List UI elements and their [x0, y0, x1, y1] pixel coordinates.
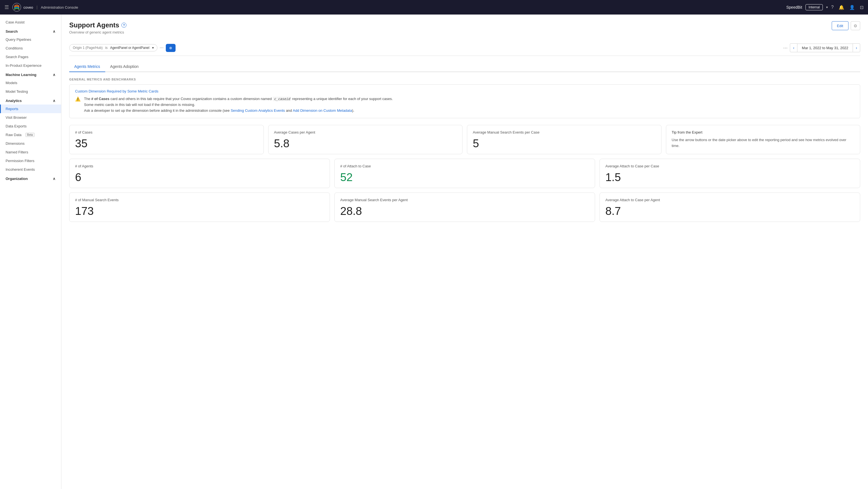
filter-bar-more-icon[interactable]: ⋯: [783, 45, 787, 51]
warning-content: ⚠️ The # of Cases card and others in thi…: [75, 96, 854, 113]
coveo-logo: [12, 3, 21, 12]
metric-card-attach-to-case: # of Attach to Case 52: [334, 159, 595, 188]
sidebar-item-incoherent-events[interactable]: Incoherent Events: [0, 165, 61, 174]
warning-title[interactable]: Custom Dimension Required by Some Metric…: [75, 89, 854, 93]
sidebar-item-search-pages[interactable]: Search Pages: [0, 53, 61, 61]
metric-value-avg-manual-search-per-agent: 28.8: [340, 205, 589, 217]
tip-card: Tip from the Expert Use the arrow button…: [666, 125, 861, 154]
sidebar-item-named-filters[interactable]: Named Filters: [0, 148, 61, 156]
warning-icon: ⚠️: [75, 96, 81, 102]
add-filter-button[interactable]: ⊕: [166, 44, 176, 52]
metric-value-attach-to-case: 52: [340, 172, 589, 183]
search-section-label: Search: [6, 29, 18, 33]
page-title-help-icon[interactable]: ?: [121, 23, 126, 28]
date-next-button[interactable]: ›: [852, 43, 860, 52]
metric-title-avg-attach-per-case: Average Attach to Case per Case: [606, 164, 854, 168]
sidebar-item-dimensions[interactable]: Dimensions: [0, 139, 61, 148]
sidebar-item-visit-browser[interactable]: Visit Browser: [0, 113, 61, 122]
link-sending-analytics[interactable]: Sending Custom Analytics Events: [230, 108, 285, 113]
filter-value: AgentPanel or AgentPanel: [110, 46, 149, 50]
metrics-row-1: # of Cases 35 Average Cases per Agent 5.…: [69, 125, 860, 154]
metric-title-cases: # of Cases: [75, 130, 258, 135]
tab-agents-adoption[interactable]: Agents Adoption: [105, 61, 144, 72]
env-badge-button[interactable]: Internal: [805, 4, 823, 10]
filter-bar: Origin 1 (Page/Hub) is AgentPanel or Age…: [69, 40, 860, 56]
tip-card-title: Tip from the Expert: [672, 130, 855, 135]
metric-card-avg-cases-per-agent: Average Cases per Agent 5.8: [268, 125, 463, 154]
metric-title-attach-to-case: # of Attach to Case: [340, 164, 589, 168]
metric-card-avg-attach-per-agent: Average Attach to Case per Agent 8.7: [599, 193, 860, 222]
org-section-label: Organization: [6, 177, 28, 181]
sidebar-item-permission-filters[interactable]: Permission Filters: [0, 156, 61, 165]
sidebar-item-model-testing[interactable]: Model Testing: [0, 87, 61, 96]
sidebar-section-organization[interactable]: Organization ∧: [0, 174, 61, 182]
metrics-row-3: # of Manual Search Events 173 Average Ma…: [69, 193, 860, 222]
user-icon[interactable]: 👤: [849, 5, 855, 10]
sidebar-item-reports[interactable]: Reports: [0, 105, 61, 113]
ml-chevron-icon: ∧: [53, 73, 56, 77]
page-subtitle: Overview of generic agent metrics: [69, 30, 126, 34]
edit-button[interactable]: Edit: [832, 21, 848, 30]
metric-card-avg-manual-search-per-agent: Average Manual Search Events per Agent 2…: [334, 193, 595, 222]
page-title: Support Agents ?: [69, 21, 126, 29]
metric-value-manual-search-events: 173: [75, 205, 324, 217]
app-icon[interactable]: ⊡: [860, 5, 864, 10]
page-title-area: Support Agents ? Overview of generic age…: [69, 21, 126, 34]
nav-icons: ? 🔔 👤 ⊡: [831, 5, 864, 10]
filter-more-button[interactable]: ⋯: [160, 46, 163, 50]
sidebar-item-data-exports[interactable]: Data Exports: [0, 122, 61, 131]
metric-card-agents: # of Agents 6: [69, 159, 330, 188]
filter-add-icon: ⊕: [169, 46, 172, 50]
beta-badge: Beta: [25, 133, 35, 137]
metric-value-cases: 35: [75, 138, 258, 149]
warning-box: Custom Dimension Required by Some Metric…: [69, 84, 860, 118]
sidebar-item-case-assist[interactable]: Case Assist: [0, 18, 61, 27]
tab-agents-metrics[interactable]: Agents Metrics: [69, 61, 105, 72]
link-add-dimension[interactable]: Add Dimension on Custom Metadata: [293, 108, 352, 113]
metric-card-manual-search-events: # of Manual Search Events 173: [69, 193, 330, 222]
sidebar-item-in-product-experience[interactable]: In-Product Experience: [0, 61, 61, 70]
sidebar: Case Assist Search ∧ Query Pipelines Con…: [0, 15, 61, 489]
tip-card-text: Use the arrow buttons or the date picker…: [672, 137, 855, 149]
sidebar-item-models[interactable]: Models: [0, 79, 61, 87]
admin-console-label: Administration Console: [41, 5, 78, 9]
ml-section-label: Machine Learning: [6, 73, 37, 77]
help-icon[interactable]: ?: [831, 5, 834, 10]
cases-label: # of Cases: [91, 97, 110, 101]
metric-value-avg-attach-per-case: 1.5: [606, 172, 854, 183]
logo-divider: |: [37, 5, 38, 9]
sidebar-section-analytics[interactable]: Analytics ∧: [0, 96, 61, 105]
date-nav: ‹ Mar 1, 2022 to May 31, 2022 ›: [790, 43, 860, 52]
env-chevron-icon[interactable]: ▾: [826, 5, 828, 9]
hamburger-icon[interactable]: ☰: [4, 4, 9, 10]
logo-text: coveo: [24, 5, 33, 9]
metric-value-avg-cases-per-agent: 5.8: [274, 138, 457, 149]
filter-chevron-icon: ▾: [152, 46, 154, 50]
notification-icon[interactable]: 🔔: [839, 5, 844, 10]
filter-is-label: is: [105, 46, 108, 50]
sidebar-section-machine-learning[interactable]: Machine Learning ∧: [0, 70, 61, 79]
filter-label: Origin 1 (Page/Hub): [73, 46, 103, 50]
sidebar-item-query-pipelines[interactable]: Query Pipelines: [0, 35, 61, 44]
logo-area: coveo | Administration Console: [12, 3, 78, 12]
metric-title-avg-cases-per-agent: Average Cases per Agent: [274, 130, 457, 135]
sidebar-item-conditions[interactable]: Conditions: [0, 44, 61, 53]
analytics-section-label: Analytics: [6, 98, 22, 103]
date-prev-button[interactable]: ‹: [790, 43, 797, 52]
org-chevron-icon: ∧: [53, 177, 56, 181]
filter-pill[interactable]: Origin 1 (Page/Hub) is AgentPanel or Age…: [69, 44, 157, 51]
metric-title-agents: # of Agents: [75, 164, 324, 168]
search-chevron-icon: ∧: [53, 29, 56, 33]
sidebar-item-raw-data[interactable]: Raw Data Beta: [0, 131, 61, 139]
metrics-row-2: # of Agents 6 # of Attach to Case 52 Ave…: [69, 159, 860, 188]
org-name: SpeedBit: [786, 5, 802, 9]
analytics-chevron-icon: ∧: [53, 98, 56, 103]
date-range[interactable]: Mar 1, 2022 to May 31, 2022: [797, 44, 852, 52]
metric-title-avg-manual-search-per-agent: Average Manual Search Events per Agent: [340, 198, 589, 202]
metric-card-avg-manual-search-per-case: Average Manual Search Events per Case 5: [467, 125, 661, 154]
top-nav: ☰ coveo | Administration Console SpeedBi…: [0, 0, 868, 15]
metric-card-avg-attach-per-case: Average Attach to Case per Case 1.5: [599, 159, 860, 188]
sidebar-section-search[interactable]: Search ∧: [0, 27, 61, 35]
settings-button[interactable]: ⊙: [851, 21, 860, 30]
section-title: GENERAL METRICS AND BENCHMARKS: [69, 78, 860, 81]
